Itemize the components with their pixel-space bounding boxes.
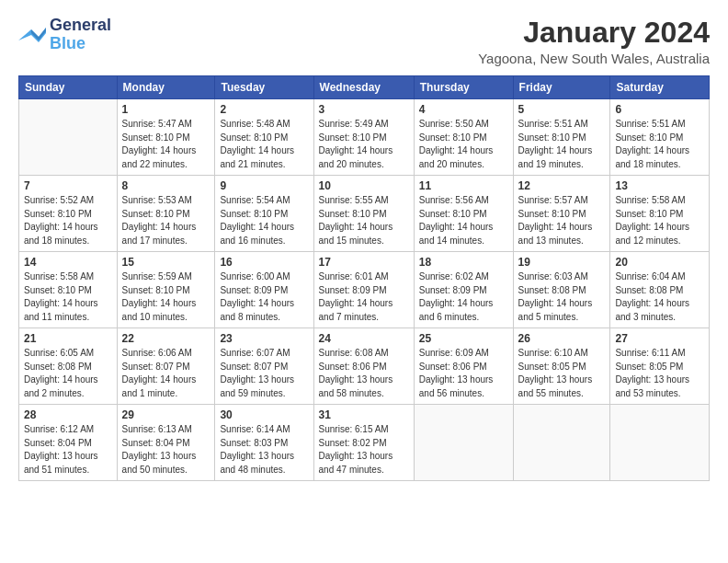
day-number: 20: [615, 256, 704, 269]
calendar-cell: 30Sunrise: 6:14 AMSunset: 8:03 PMDayligh…: [215, 405, 313, 481]
calendar-cell: 9Sunrise: 5:54 AMSunset: 8:10 PMDaylight…: [215, 176, 313, 252]
day-info: Sunrise: 5:59 AMSunset: 8:10 PMDaylight:…: [122, 270, 210, 324]
day-number: 6: [615, 103, 704, 116]
day-number: 7: [24, 179, 112, 192]
day-info: Sunrise: 6:15 AMSunset: 8:02 PMDaylight:…: [319, 423, 409, 477]
day-number: 3: [319, 103, 409, 116]
calendar-row-4: 21Sunrise: 6:05 AMSunset: 8:08 PMDayligh…: [19, 328, 710, 405]
day-info: Sunrise: 6:00 AMSunset: 8:09 PMDaylight:…: [220, 270, 308, 324]
day-number: 23: [220, 332, 308, 345]
day-info: Sunrise: 6:07 AMSunset: 8:07 PMDaylight:…: [220, 347, 308, 400]
day-number: 29: [122, 408, 210, 421]
calendar-cell: 21Sunrise: 6:05 AMSunset: 8:08 PMDayligh…: [19, 328, 118, 405]
title-block: January 2024 Yagoona, New South Wales, A…: [478, 17, 710, 66]
month-title: January 2024: [478, 17, 710, 49]
calendar-cell: 31Sunrise: 6:15 AMSunset: 8:02 PMDayligh…: [313, 405, 414, 481]
calendar-cell: 29Sunrise: 6:13 AMSunset: 8:04 PMDayligh…: [117, 405, 215, 481]
day-number: 31: [319, 408, 409, 421]
calendar-cell: 11Sunrise: 5:56 AMSunset: 8:10 PMDayligh…: [414, 176, 513, 252]
day-info: Sunrise: 6:06 AMSunset: 8:07 PMDaylight:…: [122, 347, 210, 400]
day-info: Sunrise: 6:02 AMSunset: 8:09 PMDaylight:…: [419, 270, 508, 324]
day-info: Sunrise: 6:10 AMSunset: 8:05 PMDaylight:…: [518, 347, 606, 400]
day-info: Sunrise: 6:12 AMSunset: 8:04 PMDaylight:…: [24, 423, 112, 477]
day-info: Sunrise: 5:52 AMSunset: 8:10 PMDaylight:…: [24, 194, 112, 247]
day-number: 12: [518, 179, 606, 192]
calendar-cell: [513, 405, 610, 481]
day-info: Sunrise: 6:03 AMSunset: 8:08 PMDaylight:…: [518, 270, 606, 324]
calendar-cell: 17Sunrise: 6:01 AMSunset: 8:09 PMDayligh…: [313, 252, 414, 328]
header-monday: Monday: [117, 76, 215, 99]
calendar-cell: 7Sunrise: 5:52 AMSunset: 8:10 PMDaylight…: [19, 176, 118, 252]
calendar-cell: 10Sunrise: 5:55 AMSunset: 8:10 PMDayligh…: [313, 176, 414, 252]
calendar-cell: 12Sunrise: 5:57 AMSunset: 8:10 PMDayligh…: [513, 176, 610, 252]
calendar-table: Sunday Monday Tuesday Wednesday Thursday…: [18, 75, 710, 481]
header-sunday: Sunday: [19, 76, 118, 99]
page: GeneralBlue January 2024 Yagoona, New So…: [0, 0, 728, 563]
day-number: 24: [319, 332, 409, 345]
day-number: 22: [122, 332, 210, 345]
day-number: 26: [518, 332, 606, 345]
calendar-cell: [414, 405, 513, 481]
day-info: Sunrise: 5:58 AMSunset: 8:10 PMDaylight:…: [615, 194, 704, 247]
day-info: Sunrise: 5:51 AMSunset: 8:10 PMDaylight:…: [518, 118, 606, 171]
day-info: Sunrise: 5:57 AMSunset: 8:10 PMDaylight:…: [518, 194, 606, 247]
day-number: 30: [220, 408, 308, 421]
day-number: 2: [220, 103, 308, 116]
weekday-header-row: Sunday Monday Tuesday Wednesday Thursday…: [19, 76, 710, 99]
header-tuesday: Tuesday: [215, 76, 313, 99]
day-number: 21: [24, 332, 112, 345]
calendar-cell: 25Sunrise: 6:09 AMSunset: 8:06 PMDayligh…: [414, 328, 513, 405]
calendar-row-5: 28Sunrise: 6:12 AMSunset: 8:04 PMDayligh…: [19, 405, 710, 481]
logo-icon: [18, 24, 46, 46]
day-number: 9: [220, 179, 308, 192]
day-info: Sunrise: 5:54 AMSunset: 8:10 PMDaylight:…: [220, 194, 308, 247]
day-info: Sunrise: 5:49 AMSunset: 8:10 PMDaylight:…: [319, 118, 409, 171]
day-number: 28: [24, 408, 112, 421]
day-info: Sunrise: 6:08 AMSunset: 8:06 PMDaylight:…: [319, 347, 409, 400]
day-info: Sunrise: 6:04 AMSunset: 8:08 PMDaylight:…: [615, 270, 704, 324]
calendar-cell: 1Sunrise: 5:47 AMSunset: 8:10 PMDaylight…: [117, 99, 215, 176]
calendar-cell: 13Sunrise: 5:58 AMSunset: 8:10 PMDayligh…: [610, 176, 710, 252]
logo-text: GeneralBlue: [50, 17, 111, 53]
header-wednesday: Wednesday: [313, 76, 414, 99]
calendar-cell: 6Sunrise: 5:51 AMSunset: 8:10 PMDaylight…: [610, 99, 710, 176]
calendar-row-3: 14Sunrise: 5:58 AMSunset: 8:10 PMDayligh…: [19, 252, 710, 328]
day-info: Sunrise: 5:47 AMSunset: 8:10 PMDaylight:…: [122, 118, 210, 171]
calendar-row-1: 1Sunrise: 5:47 AMSunset: 8:10 PMDaylight…: [19, 99, 710, 176]
calendar-body: 1Sunrise: 5:47 AMSunset: 8:10 PMDaylight…: [19, 99, 710, 481]
day-number: 13: [615, 179, 704, 192]
location-title: Yagoona, New South Wales, Australia: [478, 51, 710, 66]
day-number: 25: [419, 332, 508, 345]
day-info: Sunrise: 6:09 AMSunset: 8:06 PMDaylight:…: [419, 347, 508, 400]
day-info: Sunrise: 5:48 AMSunset: 8:10 PMDaylight:…: [220, 118, 308, 171]
day-number: 5: [518, 103, 606, 116]
day-number: 16: [220, 256, 308, 269]
calendar-cell: 18Sunrise: 6:02 AMSunset: 8:09 PMDayligh…: [414, 252, 513, 328]
calendar-cell: 4Sunrise: 5:50 AMSunset: 8:10 PMDaylight…: [414, 99, 513, 176]
day-info: Sunrise: 5:51 AMSunset: 8:10 PMDaylight:…: [615, 118, 704, 171]
day-info: Sunrise: 6:01 AMSunset: 8:09 PMDaylight:…: [319, 270, 409, 324]
header: GeneralBlue January 2024 Yagoona, New So…: [18, 17, 710, 66]
calendar-cell: 19Sunrise: 6:03 AMSunset: 8:08 PMDayligh…: [513, 252, 610, 328]
calendar-cell: 26Sunrise: 6:10 AMSunset: 8:05 PMDayligh…: [513, 328, 610, 405]
calendar-cell: 22Sunrise: 6:06 AMSunset: 8:07 PMDayligh…: [117, 328, 215, 405]
calendar-cell: 14Sunrise: 5:58 AMSunset: 8:10 PMDayligh…: [19, 252, 118, 328]
logo: GeneralBlue: [18, 17, 111, 53]
day-number: 17: [319, 256, 409, 269]
day-info: Sunrise: 5:53 AMSunset: 8:10 PMDaylight:…: [122, 194, 210, 247]
calendar-cell: 20Sunrise: 6:04 AMSunset: 8:08 PMDayligh…: [610, 252, 710, 328]
day-info: Sunrise: 6:13 AMSunset: 8:04 PMDaylight:…: [122, 423, 210, 477]
day-number: 19: [518, 256, 606, 269]
day-info: Sunrise: 6:11 AMSunset: 8:05 PMDaylight:…: [615, 347, 704, 400]
calendar-cell: 15Sunrise: 5:59 AMSunset: 8:10 PMDayligh…: [117, 252, 215, 328]
calendar-cell: 16Sunrise: 6:00 AMSunset: 8:09 PMDayligh…: [215, 252, 313, 328]
day-number: 18: [419, 256, 508, 269]
day-number: 1: [122, 103, 210, 116]
day-number: 10: [319, 179, 409, 192]
day-number: 4: [419, 103, 508, 116]
svg-marker-1: [31, 28, 46, 40]
day-number: 27: [615, 332, 704, 345]
day-number: 8: [122, 179, 210, 192]
calendar-cell: 8Sunrise: 5:53 AMSunset: 8:10 PMDaylight…: [117, 176, 215, 252]
day-number: 14: [24, 256, 112, 269]
